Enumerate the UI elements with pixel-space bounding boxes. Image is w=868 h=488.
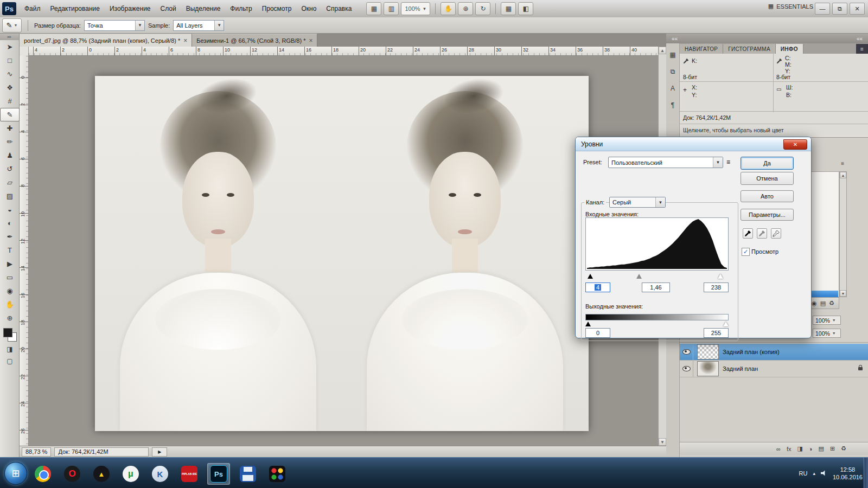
canvas-image-left[interactable] <box>95 76 341 431</box>
path-selection-tool[interactable]: ▶ <box>0 257 20 271</box>
menu-item[interactable]: Окно <box>296 3 321 15</box>
foreground-color-swatch[interactable] <box>3 328 12 337</box>
menu-item[interactable]: Выделение <box>181 3 226 15</box>
tab-close-icon[interactable]: × <box>309 37 312 44</box>
add-mask-icon[interactable]: ◨ <box>797 445 802 452</box>
close-button[interactable]: ✕ <box>850 3 865 15</box>
taskbar-kmplayer-icon[interactable]: K <box>149 463 171 485</box>
lasso-tool[interactable]: ∿ <box>0 67 20 81</box>
launch-bridge-icon[interactable]: ▦ <box>366 2 381 15</box>
status-flyout-icon[interactable]: ▶ <box>152 447 167 457</box>
options-button[interactable]: Параметры... <box>741 209 794 221</box>
language-indicator[interactable]: RU <box>799 470 808 477</box>
type-tool[interactable]: T <box>0 243 20 257</box>
zoom-tool[interactable]: ⊕ <box>0 311 20 325</box>
taskbar-photoshop-icon[interactable]: Ps <box>207 463 230 485</box>
panel-scrollbar[interactable]: ▲ ▼ <box>839 171 847 297</box>
menu-item[interactable]: Изображение <box>105 3 156 15</box>
tab-histogram[interactable]: ГИСТОГРАММА <box>723 44 776 54</box>
output-black-field[interactable]: 0 <box>585 328 610 338</box>
view-extras-icon[interactable]: ▥ <box>384 2 399 15</box>
blur-tool[interactable]: ◒ <box>0 203 20 216</box>
tab-info[interactable]: ИНФО <box>776 44 803 54</box>
rotate-3d-tool[interactable]: ◉ <box>0 284 20 298</box>
paragraph-panel-icon[interactable]: ¶ <box>667 99 679 111</box>
quick-mask-icon[interactable]: ◨ <box>0 343 20 355</box>
clip-icon[interactable]: ◉ <box>812 300 817 307</box>
layer-visibility-toggle[interactable] <box>680 361 693 377</box>
sample-size-dropdown[interactable]: Точка ▼ <box>84 20 145 31</box>
crop-tool[interactable]: # <box>0 94 20 108</box>
document-tab[interactable]: portret_d7.jpg @ 88,7% (Задний план (коп… <box>20 34 192 47</box>
workspace-switcher[interactable]: ▦ ESSENTIALS ▼ <box>768 3 820 10</box>
panel-menu-icon[interactable]: ≡ <box>841 160 844 166</box>
dialog-close-button[interactable]: ✕ <box>783 139 807 150</box>
taskbar-utorrent-icon[interactable]: µ <box>119 463 142 485</box>
layer-comps-panel-icon[interactable]: ⧉ <box>667 66 679 78</box>
start-button[interactable]: ⊞ <box>4 462 27 485</box>
restore-button[interactable]: ⧉ <box>832 3 847 15</box>
delete-icon[interactable]: ♻ <box>829 300 834 307</box>
layer-thumbnail[interactable] <box>697 344 719 359</box>
sample-layers-dropdown[interactable]: All Layers ▼ <box>173 20 224 31</box>
canvas-image-right[interactable] <box>341 76 589 431</box>
dodge-tool[interactable]: ◐ <box>0 216 20 230</box>
preview-checkbox[interactable]: ✓ <box>742 248 750 256</box>
toolbar-grip[interactable]: ▸▸ <box>0 34 19 40</box>
healing-brush-tool[interactable]: ✚ <box>0 121 20 135</box>
shape-tool[interactable]: ▭ <box>0 271 20 284</box>
canvas-area[interactable] <box>29 56 658 446</box>
zoom-level-dropdown[interactable]: 100%▼ <box>401 2 430 15</box>
eyedropper-tool[interactable]: ✎ <box>0 108 20 121</box>
collapse-panels-icon[interactable]: «« <box>672 36 678 42</box>
menu-item[interactable]: Просмотр <box>257 3 297 15</box>
gamma-slider[interactable] <box>636 274 642 279</box>
scroll-down-icon[interactable]: ▼ <box>840 290 846 297</box>
layer-row-background-copy[interactable]: Задний план (копия) <box>680 344 868 361</box>
brush-tool[interactable]: ✏ <box>0 135 20 149</box>
auto-button[interactable]: Авто <box>741 190 794 202</box>
folder-icon[interactable]: ▤ <box>820 300 826 307</box>
input-gamma-field[interactable]: 1,46 <box>642 282 670 292</box>
minimize-button[interactable]: — <box>815 3 830 15</box>
delete-layer-icon[interactable]: ♻ <box>841 445 846 452</box>
tray-clock[interactable]: 12:58 10.06.2016 <box>833 466 863 481</box>
output-white-slider[interactable] <box>723 322 729 326</box>
gradient-tool[interactable]: ▨ <box>0 189 20 203</box>
hand-icon[interactable]: ✋ <box>441 2 456 15</box>
new-group-icon[interactable]: ▤ <box>819 445 824 452</box>
pen-tool[interactable]: ✒ <box>0 230 20 243</box>
black-point-slider[interactable] <box>588 274 593 279</box>
gray-point-eyedropper-icon[interactable] <box>757 228 767 239</box>
color-swatches[interactable] <box>0 327 20 343</box>
output-black-slider[interactable] <box>585 322 591 326</box>
swatches-panel-icon[interactable]: ▦ <box>667 49 679 61</box>
layer-row-background[interactable]: Задний план <box>680 361 868 377</box>
link-layers-icon[interactable]: ∞ <box>776 446 781 452</box>
output-white-field[interactable]: 255 <box>704 328 729 338</box>
eraser-tool[interactable]: ▱ <box>0 176 20 189</box>
black-point-eyedropper-icon[interactable] <box>743 228 753 239</box>
rotate-view-icon[interactable]: ↻ <box>475 2 490 15</box>
taskbar-colorapp-icon[interactable] <box>266 463 289 485</box>
menu-item[interactable]: Справка <box>321 3 356 15</box>
zoom-percentage-field[interactable]: 88,73 % <box>22 447 51 457</box>
history-brush-tool[interactable]: ↺ <box>0 162 20 176</box>
white-point-eyedropper-icon[interactable] <box>771 228 781 239</box>
zoom-icon[interactable]: ⊕ <box>458 2 473 15</box>
white-point-slider[interactable] <box>718 274 723 279</box>
layer-visibility-toggle[interactable] <box>680 344 693 360</box>
menu-item[interactable]: Редактирование <box>46 3 105 15</box>
move-tool[interactable]: ➤ <box>0 40 20 54</box>
taskbar-floppy-icon[interactable] <box>237 463 259 485</box>
layer-style-icon[interactable]: fx <box>787 446 792 452</box>
adjustment-layer-icon[interactable]: ◑ <box>809 446 813 452</box>
scroll-up-icon[interactable]: ▲ <box>840 172 846 178</box>
character-panel-icon[interactable]: A <box>667 82 679 94</box>
show-desktop-button[interactable] <box>864 458 868 488</box>
cancel-button[interactable]: Отмена <box>741 172 794 185</box>
marquee-tool[interactable]: □ <box>0 54 20 67</box>
fill-value-dropdown[interactable]: 100% ▼ <box>813 329 841 338</box>
input-black-field[interactable]: 4 <box>585 282 610 292</box>
taskbar-opera-icon[interactable]: O <box>61 463 84 485</box>
